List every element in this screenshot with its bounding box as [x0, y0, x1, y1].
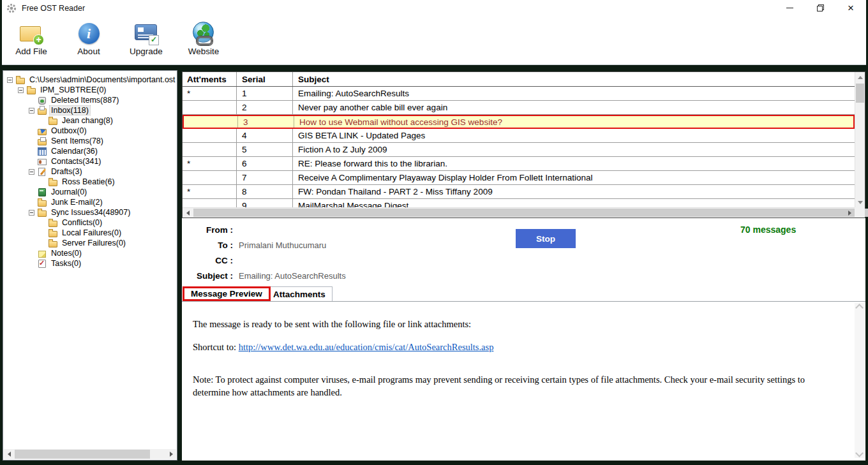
scrollbar-thumb[interactable] [15, 450, 150, 459]
table-row[interactable]: 7 Receive A Complimentary Playaway Displ… [183, 171, 855, 185]
upgrade-button[interactable]: Upgrade [128, 22, 164, 56]
column-header-subject[interactable]: Subject [293, 72, 855, 86]
website-button[interactable]: Website [186, 22, 221, 56]
cell-subject: Never pay another cable bill ever again [293, 101, 855, 114]
tree-item[interactable]: C:\Users\admin\Documents\important.ost [3, 75, 177, 85]
folder-icon [48, 116, 59, 126]
tree-item-label: Server Failures(0) [61, 239, 127, 247]
tree-item[interactable]: Junk E-mail(2) [3, 197, 177, 207]
window-controls: × [774, 0, 866, 16]
table-header: Att'ments Serial Subject [183, 72, 865, 87]
tree-item[interactable]: Deleted Items(887) [3, 95, 177, 105]
cell-serial: 5 [237, 143, 293, 156]
tasks-icon [37, 259, 48, 269]
column-header-serial[interactable]: Serial [237, 72, 293, 86]
drafts-icon [37, 167, 48, 177]
to-value: Primalani Muthucumaru [239, 240, 326, 250]
tree-item[interactable]: IPM_SUBTREE(0) [3, 85, 177, 95]
tree-item[interactable]: Sent Items(78) [3, 136, 177, 146]
scroll-right-icon[interactable] [166, 449, 176, 459]
tree-item[interactable]: Drafts(3) [3, 166, 177, 177]
expand-toggle-icon[interactable] [29, 169, 34, 175]
tree-item[interactable]: Tasks(0) [3, 258, 177, 269]
tree-item[interactable]: Calendar(36) [3, 146, 177, 156]
cell-serial: 7 [237, 171, 293, 184]
shortcut-label: Shortcut to: [193, 342, 239, 352]
tree-item-label: Conflicts(0) [61, 218, 103, 227]
message-details: From : To : Primalani Muthucumaru CC : S… [182, 218, 865, 286]
attachment-link[interactable]: http://www.det.wa.edu.au/education/cmis/… [239, 342, 494, 352]
tree-item[interactable]: Ross Beatie(6) [3, 177, 177, 187]
subject-value: Emailing: AutoSearchResults [239, 271, 346, 281]
table-horizontal-scrollbar[interactable] [183, 207, 855, 218]
folder-icon [48, 177, 59, 187]
tree-item[interactable]: Jean chang(8) [3, 115, 177, 126]
tree-item[interactable]: Server Failures(0) [3, 238, 177, 248]
cell-serial: 4 [237, 129, 293, 142]
cell-attachments [183, 171, 237, 184]
table-row[interactable]: 9 MailMarshal Message Digest [183, 199, 855, 207]
table-row[interactable]: * 6 RE: Please forward this to the libra… [183, 157, 855, 171]
tree-item-label: Drafts(3) [50, 167, 84, 176]
tab-message-preview[interactable]: Message Preview [183, 286, 271, 301]
expand-toggle-icon[interactable] [7, 77, 13, 83]
from-label: From : [182, 225, 233, 235]
scroll-left-icon[interactable] [4, 449, 14, 459]
scroll-up-icon[interactable] [855, 304, 864, 312]
message-line: Shortcut to: http://www.det.wa.edu.au/ed… [193, 341, 813, 354]
scroll-right-icon[interactable] [844, 208, 855, 218]
tree-item[interactable]: Local Failures(0) [3, 228, 177, 238]
table-row[interactable]: 2 Never pay another cable bill ever agai… [183, 101, 855, 115]
cell-attachments [183, 101, 237, 114]
column-header-attachments[interactable]: Att'ments [183, 72, 237, 86]
scroll-left-icon[interactable] [183, 208, 193, 218]
scrollbar-thumb[interactable] [856, 84, 864, 103]
tree-item-label: C:\Users\admin\Documents\important.ost [28, 75, 177, 84]
table-row[interactable]: * 1 Emailing: AutoSearchResults [183, 87, 855, 101]
table-row[interactable]: 4 GIS BETA LINK - Updated Pages [183, 129, 855, 143]
calendar-icon [37, 147, 48, 156]
restore-button[interactable] [805, 0, 835, 16]
tree-item-label: Deleted Items(887) [50, 96, 120, 105]
tab-attachments[interactable]: Attachments [266, 286, 333, 301]
about-label: About [77, 47, 100, 56]
table-row[interactable]: 3 How to use Webmail without accessing G… [183, 115, 855, 129]
expand-toggle-icon[interactable] [29, 108, 34, 114]
cell-serial: 8 [237, 185, 293, 198]
tree-item[interactable]: Sync Issues34(48907) [3, 207, 177, 218]
tree-item[interactable]: Journal(0) [3, 187, 177, 197]
cell-subject: MailMarshal Message Digest [293, 199, 855, 207]
tree-item[interactable]: Inbox(118) [3, 105, 177, 115]
tree-item[interactable]: Outbox(0) [3, 126, 177, 136]
minimize-button[interactable] [774, 0, 805, 16]
cell-attachments [183, 129, 237, 142]
stop-button[interactable]: Stop [516, 229, 576, 248]
scroll-up-icon[interactable] [855, 72, 865, 82]
expand-toggle-icon[interactable] [18, 87, 24, 93]
cell-serial: 3 [238, 116, 294, 128]
cell-subject: Receive A Complimentary Playaway Display… [293, 171, 855, 184]
preview-vertical-scrollbar[interactable] [855, 303, 864, 458]
about-button[interactable]: About [71, 22, 107, 56]
tree-item[interactable]: Notes(0) [3, 248, 177, 258]
message-body: The message is ready to be sent with the… [193, 318, 813, 399]
table-row[interactable]: * 8 FW: Pondan Thailand - PART 2 - Miss … [183, 185, 855, 199]
folder-tree: C:\Users\admin\Documents\important.ost I… [3, 71, 177, 269]
tree-item[interactable]: Contacts(341) [3, 156, 177, 166]
table-row[interactable]: 5 Fiction A to Z July 2009 [183, 143, 855, 157]
restore-icon [817, 4, 824, 11]
journal-icon [37, 188, 48, 197]
table-vertical-scrollbar[interactable] [855, 72, 865, 207]
scroll-down-icon[interactable] [855, 197, 865, 207]
cell-attachments: * [183, 157, 237, 170]
website-label: Website [188, 47, 220, 56]
scroll-down-icon[interactable] [855, 449, 864, 457]
expand-toggle-icon[interactable] [29, 210, 34, 216]
tree-horizontal-scrollbar[interactable] [4, 449, 176, 459]
tree-item[interactable]: Conflicts(0) [3, 218, 177, 228]
close-button[interactable]: × [835, 0, 866, 16]
add-file-button[interactable]: Add File [13, 22, 49, 56]
scrollbar-thumb[interactable] [193, 209, 868, 217]
upgrade-label: Upgrade [130, 47, 163, 56]
cell-attachments: * [183, 185, 237, 198]
